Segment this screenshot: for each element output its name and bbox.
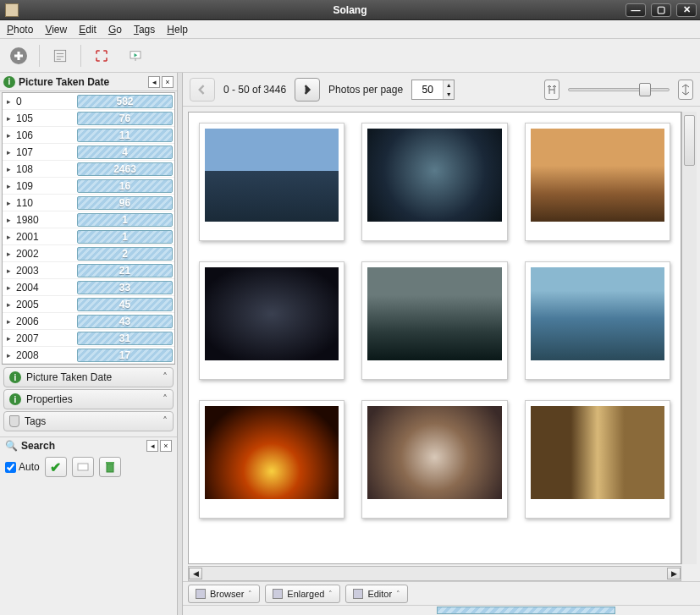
expander-tags[interactable]: Tags˄: [3, 411, 174, 431]
thumbnail[interactable]: [525, 123, 670, 241]
close-button[interactable]: ✕: [676, 3, 697, 17]
spin-up-button[interactable]: ▲: [444, 80, 454, 90]
tree-row[interactable]: ▸0582: [3, 93, 174, 110]
expand-icon[interactable]: ▸: [3, 114, 14, 123]
expand-icon[interactable]: ▸: [3, 250, 14, 258]
thumbnail[interactable]: [361, 400, 507, 519]
fullscreen-button[interactable]: [88, 43, 115, 69]
scroll-left-button[interactable]: ◀: [189, 568, 202, 579]
tree-key: 105: [14, 113, 77, 124]
delete-search-button[interactable]: [99, 457, 121, 477]
tree-row[interactable]: ▸19801: [3, 211, 174, 228]
zoom-out-button[interactable]: [544, 80, 559, 100]
thumbnail[interactable]: [525, 261, 670, 380]
expand-icon[interactable]: ▸: [3, 216, 14, 224]
tree-row[interactable]: ▸11096: [3, 195, 174, 211]
expand-icon[interactable]: ▸: [3, 131, 14, 140]
edit-tag-button[interactable]: [47, 43, 74, 69]
thumbnail-image: [367, 129, 501, 222]
slideshow-button[interactable]: [122, 43, 149, 69]
chevron-up-icon: ˄: [163, 393, 168, 405]
auto-checkbox[interactable]: Auto: [5, 461, 40, 473]
tab-editor[interactable]: Editor˄: [345, 585, 408, 603]
tab-label: Editor: [367, 589, 392, 599]
search-collapse-left-button[interactable]: ◂: [146, 440, 158, 452]
expander-properties[interactable]: iProperties˄: [3, 389, 174, 409]
sidebar: i Picture Taken Date ◂ × ▸0582▸10576▸106…: [0, 73, 178, 615]
fullscreen-icon: [94, 48, 109, 63]
tree-row[interactable]: ▸200817: [3, 347, 174, 364]
sidebar-header: i Picture Taken Date ◂ ×: [0, 73, 177, 91]
tab-enlarged[interactable]: Enlarged˄: [265, 585, 340, 603]
expand-icon[interactable]: ▸: [3, 334, 14, 343]
expand-icon[interactable]: ▸: [3, 148, 14, 156]
tree-row[interactable]: ▸10576: [3, 110, 174, 127]
tree-row[interactable]: ▸20022: [3, 245, 174, 262]
thumbnail[interactable]: [199, 123, 344, 241]
tree-row[interactable]: ▸200643: [3, 313, 174, 330]
slider-thumb[interactable]: [639, 83, 651, 96]
add-button[interactable]: [5, 43, 32, 69]
maximize-button[interactable]: ▢: [651, 3, 671, 17]
sidebar-collapse-left-button[interactable]: ◂: [148, 76, 160, 88]
expand-icon[interactable]: ▸: [3, 300, 14, 309]
tree-key: 110: [14, 197, 77, 209]
zoom-in-button[interactable]: [678, 80, 693, 100]
expander-picture-taken-date[interactable]: iPicture Taken Date˄: [3, 367, 174, 387]
expand-icon[interactable]: ▸: [3, 182, 14, 190]
menu-edit[interactable]: Edit: [79, 24, 96, 36]
prev-page-button[interactable]: [190, 78, 215, 102]
tree-row[interactable]: ▸10916: [3, 178, 174, 195]
tree-row[interactable]: ▸200321: [3, 262, 174, 279]
chevron-up-icon: ˄: [328, 590, 333, 598]
zoom-slider[interactable]: [568, 81, 670, 98]
scrollbar-thumb[interactable]: [684, 115, 695, 166]
tree-row[interactable]: ▸200433: [3, 279, 174, 296]
expand-icon[interactable]: ▸: [3, 165, 14, 173]
expand-icon[interactable]: ▸: [3, 233, 14, 241]
expand-icon[interactable]: ▸: [3, 351, 14, 360]
per-page-spinner[interactable]: ▲ ▼: [411, 80, 455, 100]
expand-icon[interactable]: ▸: [3, 266, 14, 275]
sidebar-close-button[interactable]: ×: [162, 76, 174, 88]
scroll-right-button[interactable]: ▶: [667, 568, 681, 579]
thumbnail-grid[interactable]: [188, 112, 681, 564]
vertical-scrollbar[interactable]: [681, 112, 697, 564]
tree-row[interactable]: ▸200731: [3, 330, 174, 347]
per-page-input[interactable]: [412, 84, 443, 96]
thumbnail[interactable]: [199, 400, 344, 519]
menu-photo[interactable]: Photo: [7, 24, 33, 36]
expand-icon[interactable]: ▸: [3, 317, 14, 326]
tree-row[interactable]: ▸10611: [3, 127, 174, 144]
clear-search-button[interactable]: [72, 457, 94, 477]
apply-search-button[interactable]: ✔: [45, 457, 67, 477]
thumbnail[interactable]: [361, 261, 507, 380]
next-page-button[interactable]: [295, 78, 320, 102]
tree-row[interactable]: ▸1074: [3, 144, 174, 161]
tab-browser[interactable]: Browser˄: [188, 585, 260, 603]
edit-icon: [353, 589, 363, 599]
spin-down-button[interactable]: ▼: [444, 90, 454, 99]
expand-icon[interactable]: ▸: [3, 97, 14, 106]
date-tree[interactable]: ▸0582▸10576▸10611▸1074▸1082463▸10916▸110…: [2, 92, 175, 365]
thumbnail-image: [367, 267, 501, 360]
menu-view[interactable]: View: [45, 24, 67, 36]
thumbnail[interactable]: [525, 400, 670, 519]
menu-help[interactable]: Help: [167, 24, 188, 36]
app-icon: [5, 3, 19, 17]
auto-checkbox-input[interactable]: [5, 462, 16, 473]
menu-go[interactable]: Go: [108, 24, 122, 36]
tree-key: 2002: [14, 248, 77, 260]
menu-tags[interactable]: Tags: [134, 24, 155, 36]
expand-icon[interactable]: ▸: [3, 199, 14, 207]
minimize-button[interactable]: —: [626, 3, 646, 17]
search-close-button[interactable]: ×: [160, 440, 172, 452]
horizontal-scrollbar[interactable]: ◀ ▶: [188, 566, 681, 581]
expand-icon[interactable]: ▸: [3, 283, 14, 292]
tree-row[interactable]: ▸200545: [3, 296, 174, 313]
tree-row[interactable]: ▸1082463: [3, 161, 174, 178]
thumbnail[interactable]: [361, 123, 507, 241]
thumbnail[interactable]: [199, 261, 344, 380]
tree-row[interactable]: ▸20011: [3, 228, 174, 245]
content-area: 0 - 50 of 3446 Photos per page ▲ ▼: [183, 73, 700, 615]
